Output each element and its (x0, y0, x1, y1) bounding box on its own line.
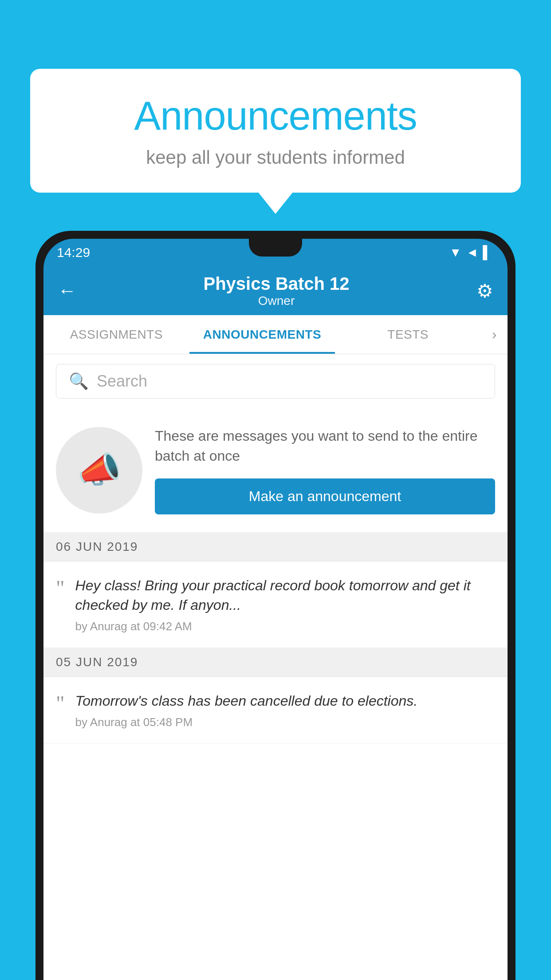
tab-tests[interactable]: TESTS (335, 315, 481, 354)
announcement-meta-2: by Anurag at 05:48 PM (75, 715, 495, 729)
bubble-subtitle: keep all your students informed (57, 147, 494, 168)
settings-icon[interactable]: ⚙ (476, 280, 493, 302)
announcement-text-2: Tomorrow's class has been cancelled due … (75, 691, 495, 711)
quote-icon-1: " (56, 577, 65, 599)
status-time: 14:29 (57, 245, 90, 260)
announcement-content-2: Tomorrow's class has been cancelled due … (75, 691, 495, 729)
megaphone-icon: 📣 (77, 449, 122, 491)
tab-announcements[interactable]: ANNOUNCEMENTS (189, 315, 335, 354)
search-icon: 🔍 (69, 372, 89, 391)
phone-screen: 14:29 ▼ ◄ ▌ ← Physics Batch 12 Owner ⚙ A… (43, 239, 508, 980)
tabs-container: ASSIGNMENTS ANNOUNCEMENTS TESTS › (43, 315, 508, 354)
app-header: ← Physics Batch 12 Owner ⚙ (43, 266, 508, 315)
quote-icon-2: " (56, 693, 65, 714)
date-separator-1: 06 JUN 2019 (43, 533, 508, 561)
header-subtitle: Owner (203, 294, 349, 308)
bubble-title: Announcements (57, 93, 494, 139)
date-separator-2: 05 JUN 2019 (43, 648, 508, 677)
make-announcement-button[interactable]: Make an announcement (155, 478, 495, 514)
tab-more[interactable]: › (481, 326, 508, 343)
back-button[interactable]: ← (58, 280, 76, 301)
search-bar[interactable]: 🔍 Search (56, 364, 495, 399)
phone-content: ASSIGNMENTS ANNOUNCEMENTS TESTS › 🔍 Sear… (43, 315, 508, 980)
announcement-content-1: Hey class! Bring your practical record b… (75, 576, 495, 634)
announcement-text-1: Hey class! Bring your practical record b… (75, 576, 495, 616)
tab-assignments[interactable]: ASSIGNMENTS (43, 315, 189, 354)
signal-icon: ◄ (466, 245, 478, 260)
phone-frame: 14:29 ▼ ◄ ▌ ← Physics Batch 12 Owner ⚙ A… (35, 231, 516, 980)
announcement-meta-1: by Anurag at 09:42 AM (75, 620, 495, 633)
status-bar: 14:29 ▼ ◄ ▌ (43, 239, 508, 266)
promo-description: These are messages you want to send to t… (155, 426, 495, 466)
header-title: Physics Batch 12 (203, 274, 349, 294)
megaphone-circle: 📣 (56, 427, 142, 514)
announcement-item-2[interactable]: " Tomorrow's class has been cancelled du… (43, 677, 508, 744)
promo-right: These are messages you want to send to t… (155, 426, 495, 514)
speech-bubble-container: Announcements keep all your students inf… (30, 69, 521, 193)
status-icons: ▼ ◄ ▌ (449, 245, 492, 260)
announcement-item-1[interactable]: " Hey class! Bring your practical record… (43, 561, 508, 648)
search-container: 🔍 Search (43, 354, 508, 408)
announcement-promo: 📣 These are messages you want to send to… (43, 408, 508, 533)
search-placeholder: Search (97, 372, 147, 391)
speech-bubble: Announcements keep all your students inf… (30, 69, 521, 193)
header-center: Physics Batch 12 Owner (203, 274, 349, 308)
notch (249, 239, 302, 257)
battery-icon: ▌ (483, 245, 492, 260)
wifi-icon: ▼ (449, 245, 462, 260)
